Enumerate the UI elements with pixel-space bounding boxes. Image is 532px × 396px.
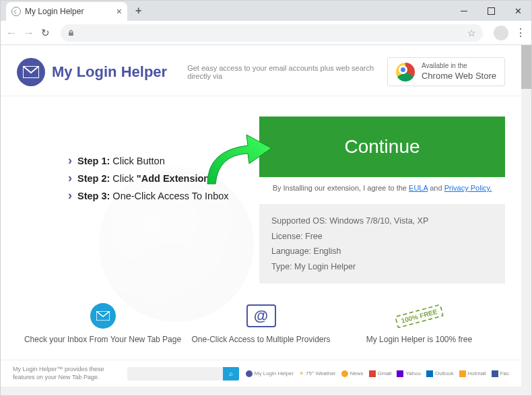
feature-inbox: Check your Inbox From Your New Tab Page bbox=[24, 302, 182, 344]
bottom-link-facebook[interactable]: Fac bbox=[492, 370, 509, 377]
envelope-icon bbox=[17, 58, 45, 86]
scrollbar-corner bbox=[521, 387, 531, 396]
lock-icon: 🔒︎ bbox=[67, 29, 75, 37]
new-tab-button[interactable]: + bbox=[135, 5, 141, 17]
vertical-scrollbar-thumb[interactable] bbox=[521, 45, 531, 89]
tab-close-icon[interactable]: × bbox=[117, 6, 122, 17]
toolbar: ← → ↻ 🔒︎ ☆ ⋮ bbox=[1, 21, 531, 45]
page-viewport: .com My Login Helper Get easy access to … bbox=[1, 45, 531, 396]
window-controls bbox=[451, 1, 531, 21]
bottom-link-gmail[interactable]: Gmail bbox=[369, 370, 392, 377]
privacy-link[interactable]: Privacy Policy. bbox=[444, 184, 492, 192]
info-box: Supported OS: Windows 7/8/10, Vista, XP … bbox=[259, 204, 505, 284]
info-language: Language: English bbox=[271, 244, 493, 259]
bottom-link-hotmail[interactable]: Hotmail bbox=[459, 370, 486, 377]
maximize-button[interactable] bbox=[477, 1, 504, 21]
bottom-search-input[interactable]: ⌕ bbox=[127, 367, 239, 381]
address-bar[interactable]: 🔒︎ ☆ bbox=[61, 24, 483, 42]
bottom-blurb: My Login Helper™ provides these features… bbox=[13, 366, 119, 381]
step-3: Step 3: One-Click Access To Inbox bbox=[17, 191, 259, 201]
browser-tab[interactable]: My Login Helper × bbox=[6, 2, 127, 21]
brand-logo: My Login Helper bbox=[17, 58, 167, 86]
bottom-link-brand[interactable]: My Login Helper bbox=[246, 370, 294, 377]
features-row: Check your Inbox From Your New Tab Page … bbox=[17, 302, 505, 344]
info-license: License: Free bbox=[271, 229, 493, 244]
bottom-links: My Login Helper ☀75° Weather News Gmail … bbox=[246, 370, 509, 377]
window-close-button[interactable] bbox=[504, 1, 531, 21]
reload-button[interactable]: ↻ bbox=[41, 27, 50, 39]
steps-list: Step 1: Click Button Step 2: Click "Add … bbox=[17, 117, 259, 284]
feature-text: Check your Inbox From Your New Tab Page bbox=[24, 335, 182, 344]
feature-text: My Login Helper is 100% free bbox=[340, 335, 498, 344]
forward-button[interactable]: → bbox=[24, 27, 34, 39]
vertical-scrollbar[interactable] bbox=[521, 45, 531, 396]
titlebar: My Login Helper × + bbox=[1, 1, 531, 21]
at-sign-icon: @ bbox=[182, 302, 340, 329]
tagline: Get easy access to your email accounts p… bbox=[187, 64, 387, 80]
feature-free: 100% FREE My Login Helper is 100% free bbox=[340, 302, 498, 344]
divider bbox=[1, 96, 521, 96]
feature-providers: @ One-Click Access to Multiple Providers bbox=[182, 302, 340, 344]
minimize-button[interactable] bbox=[451, 1, 477, 21]
bookmark-star-icon[interactable]: ☆ bbox=[467, 28, 476, 38]
bottom-bar: My Login Helper™ provides these features… bbox=[1, 360, 521, 387]
browser-chrome: My Login Helper × + ← → ↻ 🔒︎ ☆ ⋮ bbox=[1, 1, 531, 45]
cws-line2: Chrome Web Store bbox=[422, 71, 496, 81]
free-stamp-icon: 100% FREE bbox=[340, 302, 498, 329]
bottom-link-yahoo[interactable]: Yahoo bbox=[397, 370, 421, 377]
page-header: My Login Helper Get easy access to your … bbox=[17, 57, 505, 86]
horizontal-scrollbar[interactable] bbox=[1, 387, 521, 396]
mail-circle-icon bbox=[24, 302, 182, 329]
agree-text: By Installing our extension, I agree to … bbox=[259, 184, 505, 192]
profile-avatar[interactable] bbox=[494, 26, 508, 40]
search-favicon-icon bbox=[11, 7, 21, 16]
cws-line1: Available in the bbox=[422, 62, 496, 69]
tab-title: My Login Helper bbox=[25, 7, 84, 16]
chrome-web-store-badge[interactable]: Available in the Chrome Web Store bbox=[387, 57, 505, 86]
arrow-icon bbox=[201, 127, 275, 190]
brand-name: My Login Helper bbox=[52, 63, 167, 81]
menu-button[interactable]: ⋮ bbox=[515, 26, 526, 39]
search-icon[interactable]: ⌕ bbox=[223, 367, 239, 381]
chrome-icon bbox=[396, 63, 415, 81]
bottom-link-weather[interactable]: ☀75° Weather bbox=[299, 370, 335, 376]
info-type: Type: My Login Helper bbox=[271, 259, 493, 275]
continue-button[interactable]: Continue bbox=[259, 117, 505, 177]
feature-text: One-Click Access to Multiple Providers bbox=[182, 335, 340, 344]
bottom-link-news[interactable]: News bbox=[341, 370, 364, 377]
eula-link[interactable]: EULA bbox=[409, 184, 428, 192]
back-button[interactable]: ← bbox=[6, 27, 17, 39]
bottom-link-outlook[interactable]: Outlook bbox=[426, 370, 454, 377]
info-os: Supported OS: Windows 7/8/10, Vista, XP bbox=[271, 213, 493, 229]
